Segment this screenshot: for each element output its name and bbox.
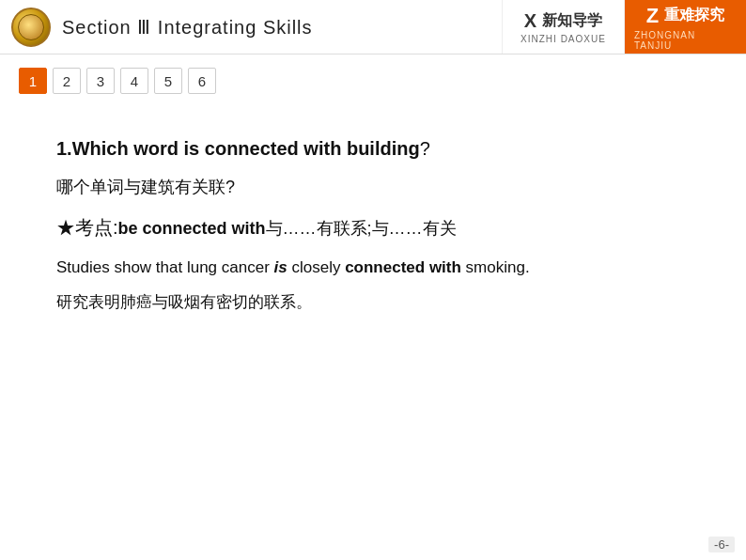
example-connected-with: connected with — [345, 258, 461, 276]
nav-xinzhi-button[interactable]: X 新知导学 XINZHI DAOXUE — [502, 0, 624, 54]
example-is: is — [274, 258, 288, 276]
page-btn-4[interactable]: 4 — [120, 68, 148, 94]
example-middle: closely — [288, 258, 345, 276]
header-nav: X 新知导学 XINZHI DAOXUE Z 重难探究 ZHONGNAN TAN… — [502, 0, 746, 54]
header-title: Section Ⅲ Integrating Skills — [62, 16, 313, 39]
key-point-meaning: 与……有联系;与……有关 — [266, 219, 457, 238]
header: Section Ⅲ Integrating Skills X 新知导学 XINZ… — [0, 0, 746, 54]
key-point: ★考点:be connected with与……有联系;与……有关 — [56, 213, 690, 241]
zhongnan-sub-label: ZHONGNAN TANJIU — [634, 30, 737, 51]
header-left: Section Ⅲ Integrating Skills — [0, 0, 502, 54]
page-btn-1[interactable]: 1 — [19, 68, 47, 94]
example-suffix: smoking. — [461, 258, 530, 276]
star-prefix: ★考点: — [56, 217, 118, 238]
page-btn-2[interactable]: 2 — [53, 68, 81, 94]
example-sentence: Studies show that lung cancer is closely… — [56, 255, 690, 280]
question-mark: ? — [420, 138, 430, 159]
nav-zhongnan-button[interactable]: Z 重难探究 ZHONGNAN TANJIU — [624, 0, 746, 54]
key-point-phrase: be connected with — [118, 219, 266, 238]
main-content: 1.Which word is connected with building?… — [0, 107, 746, 334]
school-logo — [11, 8, 51, 47]
example-prefix: Studies show that lung cancer — [56, 258, 274, 276]
xinzhi-sub-label: XINZHI DAOXUE — [521, 34, 606, 44]
nav-zhongnan-top: Z 重难探究 — [646, 4, 724, 28]
z-icon: Z — [646, 4, 659, 28]
question-title: 1.Which word is connected with building? — [56, 135, 690, 162]
xinzhi-label: 新知导学 — [542, 11, 602, 31]
pagination-bar: 1 2 3 4 5 6 — [0, 54, 746, 107]
x-icon: X — [524, 10, 536, 32]
page-btn-5[interactable]: 5 — [154, 68, 182, 94]
chinese-translation: 研究表明肺癌与吸烟有密切的联系。 — [56, 289, 690, 315]
page-btn-6[interactable]: 6 — [188, 68, 216, 94]
question-bold-text: 1.Which word is connected with building — [56, 138, 420, 159]
page-number: -6- — [708, 537, 735, 552]
chinese-question: 哪个单词与建筑有关联? — [56, 175, 690, 200]
page-btn-3[interactable]: 3 — [86, 68, 115, 94]
nav-xinzhi-top: X 新知导学 — [524, 10, 602, 32]
logo-inner — [18, 14, 44, 40]
zhongnan-label: 重难探究 — [664, 6, 724, 25]
